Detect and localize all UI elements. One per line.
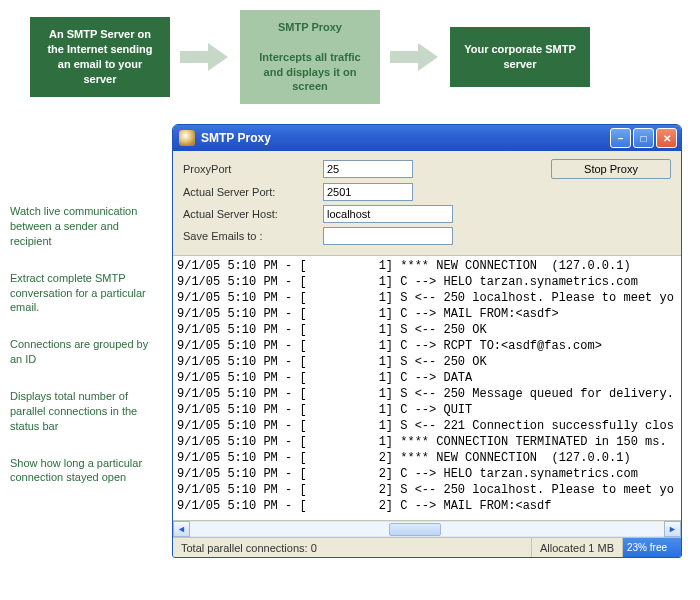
java-icon (179, 130, 195, 146)
server-host-label: Actual Server Host: (183, 208, 323, 220)
server-port-label: Actual Server Port: (183, 186, 323, 198)
proxy-port-input[interactable] (323, 160, 413, 178)
note: Extract complete SMTP conversation for a… (10, 271, 160, 316)
save-emails-input[interactable] (323, 227, 453, 245)
titlebar[interactable]: SMTP Proxy – □ ✕ (173, 125, 681, 151)
scroll-track[interactable] (190, 521, 664, 537)
flow-box-proxy: SMTP Proxy Intercepts all traffic and di… (240, 10, 380, 104)
scroll-left-icon[interactable]: ◄ (173, 521, 190, 537)
status-connections: Total parallel connections: 0 (173, 538, 532, 557)
app-window: SMTP Proxy – □ ✕ ProxyPort Stop Proxy Ac… (172, 124, 682, 558)
arrow-icon (390, 43, 440, 71)
side-notes: Watch live communication between a sende… (10, 124, 160, 558)
status-bar: Total parallel connections: 0 Allocated … (173, 537, 681, 557)
status-allocated: Allocated 1 MB (532, 538, 623, 557)
flow-box-source: An SMTP Server on the Internet sending a… (30, 17, 170, 96)
flow-box-target: Your corporate SMTP server (450, 27, 590, 87)
server-host-input[interactable] (323, 205, 453, 223)
config-form: ProxyPort Stop Proxy Actual Server Port:… (173, 151, 681, 256)
scroll-thumb[interactable] (389, 523, 441, 536)
scroll-right-icon[interactable]: ► (664, 521, 681, 537)
server-port-input[interactable] (323, 183, 413, 201)
note: Displays total number of parallel connec… (10, 389, 160, 434)
stop-proxy-button[interactable]: Stop Proxy (551, 159, 671, 179)
minimize-button[interactable]: – (610, 128, 631, 148)
status-free: 23% free (623, 538, 681, 557)
arrow-icon (180, 43, 230, 71)
close-button[interactable]: ✕ (656, 128, 677, 148)
proxy-port-label: ProxyPort (183, 163, 323, 175)
log-output[interactable]: 9/1/05 5:10 PM - [ 1] **** NEW CONNECTIO… (173, 256, 681, 520)
note: Watch live communication between a sende… (10, 204, 160, 249)
save-emails-label: Save Emails to : (183, 230, 323, 242)
flow-diagram: An SMTP Server on the Internet sending a… (30, 10, 690, 104)
note: Connections are grouped by an ID (10, 337, 160, 367)
maximize-button[interactable]: □ (633, 128, 654, 148)
window-title: SMTP Proxy (201, 131, 271, 145)
note: Show how long a particular connection st… (10, 456, 160, 486)
horizontal-scrollbar[interactable]: ◄ ► (173, 520, 681, 537)
